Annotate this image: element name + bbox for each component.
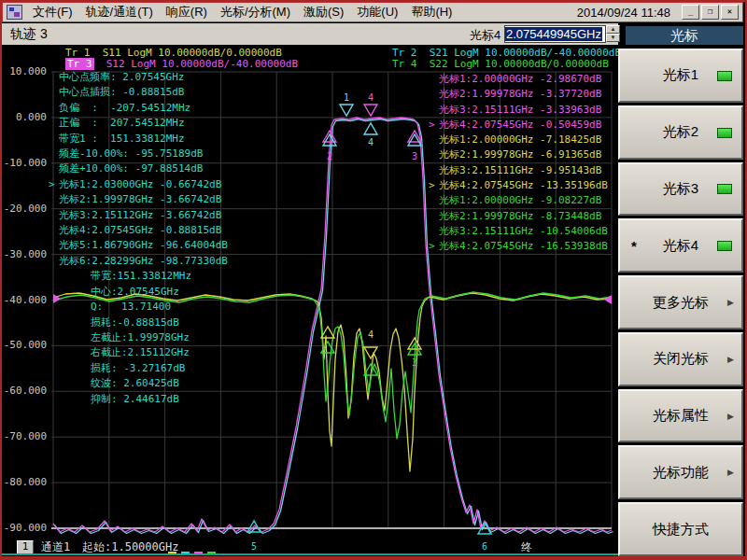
marker-readout-row: 光标3:2.15111GHz -10.54006dB — [439, 224, 608, 239]
analysis-readout-row: 中心点频率: 2.07545GHz — [59, 70, 228, 85]
marker-triangle-4[interactable] — [364, 347, 377, 358]
y-axis-label: -20.000 — [0, 203, 47, 215]
softkey-label: 光标1 — [663, 66, 698, 84]
softkey-panel-title: 光标 — [626, 26, 743, 45]
softkey-button-光标3[interactable]: 光标3 — [618, 162, 743, 217]
marker-triangle-4[interactable] — [364, 105, 377, 116]
spinner-up-button[interactable]: ▲ — [606, 25, 620, 34]
marker-readout-row: 光标2:1.99978GHz -3.66742dB — [59, 192, 228, 207]
menu-item-3[interactable]: 光标/分析(M) — [214, 4, 297, 21]
menu-item-4[interactable]: 激励(S) — [297, 4, 350, 21]
trace-id: Tr 3 — [65, 58, 94, 70]
selected-marker-arrow: > — [429, 178, 435, 193]
marker-number-label: 3 — [412, 357, 417, 368]
marker-triangle[interactable] — [408, 134, 421, 146]
softkey-label: 光标功能 — [653, 464, 709, 482]
softkey-button-光标1[interactable]: 光标1 — [618, 49, 743, 103]
marker-readout-row: >光标4:2.07545GHz -0.50459dB — [439, 118, 608, 133]
marker-triangle-6[interactable] — [478, 523, 491, 534]
softkey-button-关闭光标[interactable]: 关闭光标▶ — [618, 332, 743, 386]
led-indicator — [717, 241, 732, 251]
close-button[interactable]: ✕ — [721, 5, 739, 20]
analysis-readout-row: 负偏 : -207.54512MHz — [59, 101, 228, 116]
softkey-button-更多光标[interactable]: 更多光标▶ — [618, 275, 743, 329]
marker-readout-row: 光标2:1.99978GHz -6.91365dB — [439, 147, 608, 162]
softkey-button-光标功能[interactable]: 光标功能▶ — [618, 445, 743, 499]
menu-item-2[interactable]: 响应(R) — [160, 4, 214, 21]
marker-field-label: 光标4 — [470, 27, 500, 44]
softkey-button-快捷方式[interactable]: 快捷方式 — [618, 502, 743, 556]
analysis-readout-row: 频差+10.00%: -97.88514dB — [59, 161, 228, 176]
softkey-label: 光标3 — [663, 180, 698, 198]
marker-number-label: 4 — [368, 329, 374, 340]
marker-number-label: 4 — [368, 92, 374, 103]
menu-item-0[interactable]: 文件(F) — [26, 4, 79, 21]
marker-readout-row: 光标2:1.99978GHz -8.73448dB — [439, 209, 608, 224]
marker-triangle-2[interactable] — [323, 131, 336, 142]
marker-number-label: 3 — [412, 151, 417, 161]
y-axis-label: -50.000 — [0, 339, 47, 351]
y-axis-label: 0.000 — [0, 111, 47, 123]
softkey-button-光标2[interactable]: 光标2 — [618, 105, 743, 160]
marker-readout-row: 光标6:2.28299GHz -98.77330dB — [59, 254, 228, 269]
bandwidth-readout-row: 纹波: 2.60425dB — [91, 376, 228, 391]
y-axis-label: 10.000 — [0, 65, 47, 77]
sub-bar: 轨迹 3 光标4 2.075449945GHz ▲ ▼ — [2, 23, 618, 45]
trace-def-S22: Tr 4 S22 LogM 10.00000dB/0.00000dB — [392, 58, 609, 70]
status-bar: 1 通道1 起始:1.50000GHz 终止:2.50000GHz — [2, 539, 614, 554]
marker-readout-row: 光标5:1.86790GHz -96.64004dB — [59, 238, 228, 253]
softkey-button-光标4[interactable]: *光标4 — [618, 218, 743, 273]
marker-readout-row: 光标1:2.00000GHz -7.18425dB — [439, 133, 608, 147]
marker-triangle-3[interactable] — [408, 131, 421, 142]
marker-frequency-input[interactable]: 2.075449945GHz — [504, 25, 606, 43]
window-border-bottom — [0, 556, 747, 560]
softkey-label: 关闭光标 — [653, 350, 709, 368]
softkey-button-光标属性[interactable]: 光标属性▶ — [618, 389, 743, 443]
reference-level-arrow — [604, 295, 612, 304]
marker-readout-row: 光标2:1.99978GHz -3.37720dB — [439, 87, 608, 102]
bandwidth-readout-row: 抑制: 2.44617dB — [91, 392, 228, 407]
marker-readout-row: 光标4:2.07545GHz -0.88815dB — [59, 223, 228, 238]
marker-number-label: 4 — [368, 137, 374, 147]
marker-triangle[interactable] — [323, 134, 336, 146]
submenu-arrow-icon: ▶ — [727, 412, 734, 421]
menu-item-5[interactable]: 功能(U) — [350, 4, 404, 21]
selected-marker-arrow: > — [429, 239, 435, 254]
marker-triangle[interactable] — [321, 327, 334, 338]
right-readout-block: 光标1:2.00000GHz -2.98670dB光标2:1.99978GHz … — [439, 72, 608, 255]
analysis-readout-row: 带宽1 : 151.33812MHz — [59, 132, 228, 147]
y-axis-label: -30.000 — [0, 248, 47, 260]
marker-triangle-1[interactable] — [340, 105, 353, 116]
bandwidth-readout-row: Q: 13.71400 — [91, 300, 228, 315]
marker-triangle-4[interactable] — [364, 123, 377, 134]
softkey-panel: 光标1光标2光标3*光标4更多光标▶关闭光标▶光标属性▶光标功能▶快捷方式 — [618, 49, 743, 556]
marker-readout-row: >光标4:2.07545GHz -13.35196dB — [439, 178, 608, 193]
marker-triangle[interactable] — [364, 364, 377, 375]
menu-item-6[interactable]: 帮助(H) — [404, 4, 458, 21]
trace-def-S12: Tr 3 S12 LogM 10.00000dB/-40.00000dB — [65, 58, 298, 70]
restore-button[interactable]: ❐ — [701, 5, 719, 20]
left-readout-block: 中心点频率: 2.07545GHz中心点插损: -0.88815dB负偏 : -… — [59, 70, 228, 407]
menu-item-1[interactable]: 轨迹/通道(T) — [79, 4, 160, 21]
trace-scale: S22 LogM 10.00000dB/0.00000dB — [417, 58, 609, 70]
channel-number-box: 1 — [17, 540, 34, 554]
marker-triangle[interactable] — [321, 342, 334, 353]
selected-marker-arrow: > — [49, 177, 55, 192]
spinner-down-button[interactable]: ▼ — [606, 34, 620, 42]
marker-readout-row: 光标1:2.00000GHz -2.98670dB — [439, 72, 608, 87]
led-indicator — [717, 128, 732, 138]
minimize-button[interactable]: _ — [682, 5, 699, 20]
marker-readout-row: >光标4:2.07545GHz -16.53938dB — [439, 239, 608, 254]
marker-triangle-5[interactable] — [247, 521, 261, 532]
selected-marker-arrow: > — [429, 118, 435, 133]
active-marker-star: * — [631, 238, 637, 254]
bandwidth-readout-row: 带宽:151.33812MHz — [91, 269, 228, 284]
softkey-label: 光标2 — [663, 123, 698, 141]
marker-readout-row: 光标3:2.15111GHz -9.95143dB — [439, 163, 608, 178]
active-trace-label: 轨迹 3 — [10, 26, 48, 43]
y-axis-label: -40.000 — [0, 294, 47, 306]
softkey-label: 光标4 — [663, 237, 698, 255]
y-axis-label: -80.000 — [0, 476, 47, 488]
menu-bar: 文件(F)轨迹/通道(T)响应(R)光标/分析(M)激励(S)功能(U)帮助(H… — [2, 2, 743, 22]
bandwidth-readout-row: 损耗:-0.88815dB — [91, 315, 228, 330]
